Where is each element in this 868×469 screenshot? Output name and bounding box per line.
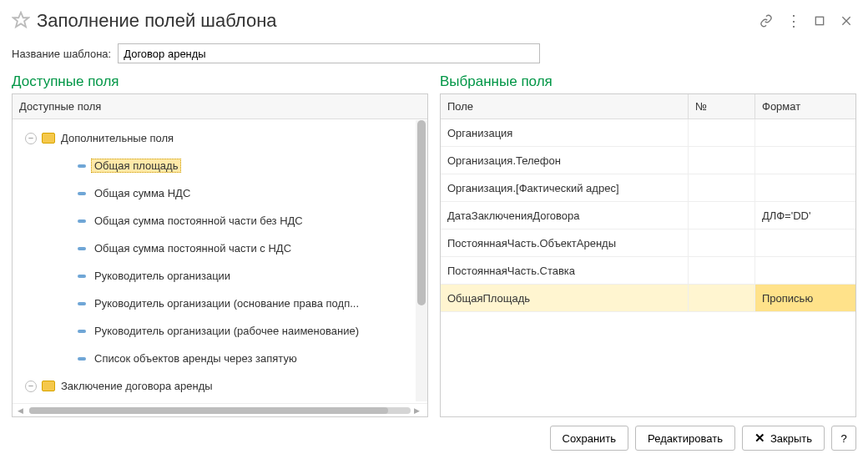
field-icon [73, 330, 91, 333]
tree-row[interactable]: Руководитель организации (рабочее наимен… [16, 317, 427, 345]
table-cell [755, 257, 855, 284]
close-window-icon[interactable] [836, 11, 856, 31]
table-cell [689, 257, 755, 284]
table-cell [755, 174, 855, 201]
tree-item-label: Список объектов аренды через запятую [91, 352, 300, 365]
table-cell [689, 174, 755, 201]
folder-icon [39, 133, 58, 144]
selected-fields-panel: Поле № Формат ОрганизацияОрганизация.Тел… [440, 93, 856, 417]
table-row[interactable]: Организация.[Фактический адрес] [441, 174, 855, 202]
table-cell: ОбщаяПлощадь [441, 285, 689, 311]
field-icon [73, 302, 91, 305]
table-row[interactable]: ПостояннаяЧасть.ОбъектАренды [441, 229, 855, 257]
tree-item-label: Общая сумма постоянной части без НДС [91, 214, 306, 227]
folder-icon [39, 381, 58, 391]
table-cell: Организация.[Фактический адрес] [441, 174, 689, 201]
tree-item-label: Руководитель организации (основание прав… [91, 297, 362, 310]
table-cell [755, 147, 855, 174]
tree-row[interactable]: Список объектов аренды через запятую [16, 345, 427, 372]
template-name-input[interactable] [118, 43, 540, 63]
tree-row[interactable]: −Заключение договора аренды [16, 372, 427, 400]
available-fields-panel: Доступные поля −Дополнительные поляОбщая… [12, 93, 428, 417]
field-icon [73, 275, 91, 278]
table-cell: ДатаЗаключенияДоговора [441, 202, 689, 229]
field-icon [73, 192, 91, 195]
link-icon[interactable] [756, 11, 776, 31]
maximize-icon[interactable] [810, 11, 830, 31]
table-cell: ДЛФ='DD' [755, 202, 855, 229]
table-row[interactable]: ПостояннаяЧасть.Ставка [441, 257, 855, 285]
collapse-icon[interactable]: − [25, 381, 37, 392]
table-cell [689, 119, 755, 146]
field-icon [73, 357, 91, 361]
table-cell [755, 119, 855, 146]
vertical-scrollbar[interactable] [416, 120, 427, 401]
field-icon [73, 219, 91, 223]
table-cell [755, 229, 855, 256]
table-cell: Организация [441, 119, 689, 146]
svg-rect-1 [815, 17, 823, 24]
tree-row[interactable]: Общая сумма постоянной части без НДС [16, 207, 427, 234]
table-row[interactable]: ОбщаяПлощадьПрописью [441, 285, 855, 312]
selected-fields-table[interactable]: ОрганизацияОрганизация.ТелефонОрганизаци… [441, 119, 855, 416]
tree-item-label: Дополнительные поля [58, 132, 177, 144]
field-icon [73, 164, 91, 168]
available-fields-tree[interactable]: −Дополнительные поляОбщая площадьОбщая с… [13, 119, 427, 403]
svg-marker-0 [13, 12, 28, 26]
col-field-header[interactable]: Поле [441, 94, 689, 119]
tree-item-label: Общая площадь [91, 159, 181, 173]
tree-row[interactable]: −Дополнительные поля [16, 124, 427, 152]
tree-row[interactable]: Общая сумма постоянной части с НДС [16, 234, 427, 262]
tree-item-label: Заключение договора аренды [58, 380, 216, 392]
collapse-icon[interactable]: − [25, 133, 37, 144]
table-cell: Организация.Телефон [441, 147, 689, 174]
template-name-label: Название шаблона: [12, 48, 111, 60]
save-button[interactable]: Сохранить [550, 426, 629, 451]
available-fields-header: Доступные поля [12, 73, 428, 90]
more-menu-icon[interactable]: ⋮ [783, 11, 803, 31]
table-cell [689, 285, 755, 311]
window-title: Заполнение полей шаблона [37, 10, 749, 32]
table-cell [689, 202, 755, 229]
edit-button[interactable]: Редактировать [635, 426, 735, 451]
table-row[interactable]: Организация.Телефон [441, 147, 855, 174]
table-cell: ПостояннаяЧасть.Ставка [441, 257, 689, 284]
selected-fields-header: Выбранные поля [440, 73, 856, 90]
field-icon [73, 247, 91, 250]
tree-row[interactable]: Общая сумма НДС [16, 179, 427, 207]
tree-item-label: Руководитель организации (рабочее наимен… [91, 325, 362, 337]
table-row[interactable]: ДатаЗаключенияДоговораДЛФ='DD' [441, 202, 855, 229]
help-button[interactable]: ? [831, 426, 856, 451]
table-cell: Прописью [755, 285, 855, 311]
horizontal-scrollbar[interactable]: ◀▶ [13, 403, 427, 416]
table-cell [689, 229, 755, 256]
col-num-header[interactable]: № [689, 94, 755, 119]
close-button[interactable]: ✕Закрыть [742, 426, 825, 451]
tree-item-label: Общая сумма НДС [91, 187, 194, 199]
tree-item-label: Руководитель организации [91, 270, 234, 282]
col-format-header[interactable]: Формат [755, 94, 855, 119]
tree-row[interactable]: Руководитель организации (основание прав… [16, 290, 427, 317]
tree-item-label: Общая сумма постоянной части с НДС [91, 242, 295, 255]
tree-row[interactable]: Общая площадь [16, 152, 427, 179]
favorite-star-icon[interactable] [12, 11, 30, 32]
table-cell [689, 147, 755, 174]
table-row[interactable]: Организация [441, 119, 855, 147]
available-column-header[interactable]: Доступные поля [13, 94, 427, 119]
tree-row[interactable]: Руководитель организации [16, 262, 427, 290]
table-cell: ПостояннаяЧасть.ОбъектАренды [441, 229, 689, 256]
close-icon: ✕ [754, 431, 765, 446]
